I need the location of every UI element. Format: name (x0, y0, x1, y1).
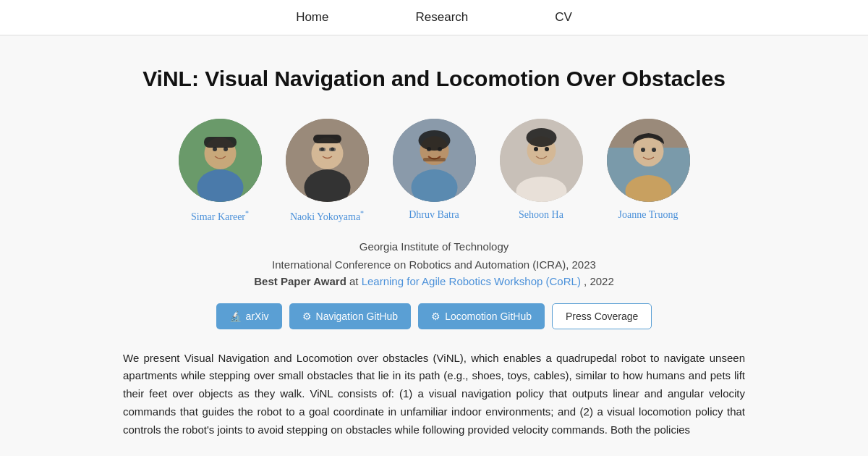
arxiv-button[interactable]: 🔬 arXiv (216, 303, 282, 329)
page-title: ViNL: Visual Navigation and Locomotion O… (123, 64, 745, 93)
svg-point-33 (641, 148, 645, 152)
avatar-naoki (286, 119, 369, 202)
svg-rect-15 (313, 135, 341, 143)
conference: International Conference on Robotics and… (123, 258, 745, 271)
nav-research[interactable]: Research (415, 10, 468, 25)
svg-rect-21 (423, 158, 446, 161)
svg-point-13 (320, 148, 324, 151)
svg-point-27 (545, 147, 549, 151)
press-label: Press Coverage (566, 311, 638, 322)
avatar-joanne (607, 119, 690, 202)
author-2: Naoki Yokoyama* (280, 119, 374, 223)
author-name-3[interactable]: Dhruv Batra (409, 209, 459, 221)
award-label: Best Paper Award (254, 275, 346, 287)
svg-point-26 (534, 147, 538, 151)
author-name-2[interactable]: Naoki Yokoyama* (290, 209, 364, 223)
author-3: Dhruv Batra (387, 119, 481, 223)
main-content: ViNL: Visual Navigation and Locomotion O… (109, 35, 760, 453)
main-nav: Home Research CV (0, 0, 868, 35)
svg-point-28 (526, 128, 556, 147)
github-nav-icon: ⚙ (302, 311, 312, 322)
description: We present Visual Navigation and Locomot… (123, 350, 745, 439)
author-name-5[interactable]: Joanne Truong (618, 209, 678, 221)
affiliation: Georgia Institute of Technology (123, 240, 745, 253)
authors-row: Simar Kareer* Naoki Yokoyama* (123, 119, 745, 223)
nav-github-label: Navigation GitHub (316, 311, 399, 322)
award-line: Best Paper Award at Learning for Agile R… (123, 275, 745, 287)
avatar-dhruv (393, 119, 476, 202)
nav-github-button[interactable]: ⚙ Navigation GitHub (289, 303, 412, 329)
nav-cv[interactable]: CV (555, 10, 572, 25)
author-name-1[interactable]: Simar Kareer* (191, 209, 249, 223)
author-5: Joanne Truong (601, 119, 695, 223)
arxiv-icon: 🔬 (229, 311, 242, 322)
svg-point-34 (652, 148, 656, 152)
author-4: Sehoon Ha (494, 119, 588, 223)
github-loco-icon: ⚙ (431, 311, 441, 322)
author-name-4[interactable]: Sehoon Ha (519, 209, 563, 221)
avatar-simar (179, 119, 262, 202)
nav-home[interactable]: Home (296, 10, 328, 25)
svg-rect-6 (204, 137, 237, 148)
author-1: Simar Kareer* (173, 119, 267, 223)
svg-point-22 (418, 130, 450, 151)
buttons-row: 🔬 arXiv ⚙ Navigation GitHub ⚙ Locomotion… (123, 303, 745, 329)
loco-github-label: Locomotion GitHub (445, 311, 532, 322)
arxiv-label: arXiv (246, 311, 269, 322)
loco-github-button[interactable]: ⚙ Locomotion GitHub (418, 303, 545, 329)
award-link[interactable]: Learning for Agile Robotics Workshop (Co… (362, 275, 581, 287)
svg-point-14 (331, 148, 334, 151)
press-coverage-button[interactable]: Press Coverage (552, 303, 652, 329)
avatar-sehoon (500, 119, 583, 202)
